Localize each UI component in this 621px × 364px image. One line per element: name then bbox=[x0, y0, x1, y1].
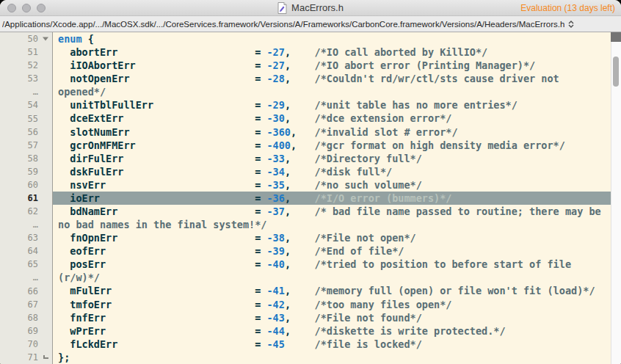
gutter-cell: 67 bbox=[0, 298, 53, 311]
code-row[interactable]: 59 dskFulErr = -34, /*disk full*/ bbox=[0, 165, 611, 178]
zoom-button[interactable] bbox=[37, 4, 46, 12]
pane-splitter[interactable] bbox=[611, 32, 621, 42]
code-segment-cmt: /*diskette is write protected.*/ bbox=[315, 325, 506, 337]
code-segment-id: iIOAbortErr = bbox=[58, 59, 266, 71]
code-row[interactable]: 63 fnOpnErr = -38, /*File not open*/ bbox=[0, 231, 611, 244]
fold-open-icon[interactable] bbox=[43, 37, 48, 41]
code-line[interactable]: dceExtErr = -30, /*dce extension error*/ bbox=[53, 112, 611, 125]
close-button[interactable] bbox=[7, 4, 16, 12]
code-row[interactable]: 53 notOpenErr = -28, /*Couldn't rd/wr/ct… bbox=[0, 72, 611, 85]
code-line[interactable]: fnfErr = -43, /*File not found*/ bbox=[53, 311, 611, 324]
code-row[interactable]: 65 posErr = -40, /*tried to position to … bbox=[0, 258, 611, 271]
code-row[interactable]: 60 nsvErr = -35, /*no such volume*/ bbox=[0, 178, 611, 192]
gutter-cell: 52 bbox=[0, 59, 53, 72]
code-row[interactable]: 71}; bbox=[0, 351, 611, 364]
minimize-button[interactable] bbox=[22, 4, 31, 12]
code-line[interactable]: notOpenErr = -28, /*Couldn't rd/wr/ctl/s… bbox=[53, 72, 611, 85]
code-row[interactable]: 68 fnfErr = -43, /*File not found*/ bbox=[0, 311, 611, 324]
code-line[interactable]: (r/w)*/ bbox=[53, 271, 611, 284]
gutter-cell: 71 bbox=[0, 351, 53, 364]
fold-end-icon[interactable] bbox=[43, 355, 48, 359]
gutter-cell: 70 bbox=[0, 338, 53, 351]
code-segment-cmt: /* bad file name passed to routine; ther… bbox=[315, 205, 601, 217]
file-path[interactable]: /Applications/Xcode.app/.../MacOSX.sdk/.… bbox=[2, 20, 564, 29]
code-line[interactable]: opened*/ bbox=[53, 85, 611, 98]
code-rows: 50enum {51 abortErr = -27, /*IO call abo… bbox=[0, 32, 611, 364]
code-segment-id: , bbox=[291, 139, 315, 151]
code-segment-id: fnOpnErr = bbox=[58, 232, 266, 244]
code-segment-cmt: /*Directory full*/ bbox=[315, 153, 422, 164]
code-segment-id: , bbox=[285, 112, 315, 124]
code-segment-id: abortErr = bbox=[58, 46, 266, 58]
code-row[interactable]: 55 dceExtErr = -30, /*dce extension erro… bbox=[0, 112, 611, 125]
code-line[interactable]: no bad names in the final system!*/ bbox=[53, 218, 611, 231]
gutter-cell: 68 bbox=[0, 311, 53, 324]
code-row[interactable]: 61 ioErr = -36, /*I/O error (bummers)*/ bbox=[0, 192, 611, 205]
code-segment-num: -27 bbox=[266, 46, 284, 58]
gutter-cell: 64 bbox=[0, 244, 53, 258]
code-line[interactable]: posErr = -40, /*tried to position to bef… bbox=[53, 258, 611, 271]
code-line[interactable]: abortErr = -27, /*IO call aborted by Kil… bbox=[53, 46, 611, 59]
code-row[interactable]: …(r/w)*/ bbox=[0, 271, 611, 284]
gutter-cell: 57 bbox=[0, 139, 53, 152]
code-line[interactable]: enum { bbox=[53, 32, 611, 46]
code-row[interactable]: 66 mFulErr = -41, /*memory full (open) o… bbox=[0, 284, 611, 297]
gutter-cell: … bbox=[0, 271, 53, 284]
code-line[interactable]: gcrOnMFMErr = -400, /*gcr format on high… bbox=[53, 139, 611, 152]
code-row[interactable]: 50enum { bbox=[0, 32, 611, 46]
code-row[interactable]: 54 unitTblFullErr = -29, /*unit table ha… bbox=[0, 98, 611, 112]
code-line[interactable]: bdNamErr = -37, /* bad file name passed … bbox=[53, 205, 611, 218]
code-segment-id: notOpenErr = bbox=[58, 73, 266, 84]
line-number: 53 bbox=[0, 73, 52, 84]
code-line[interactable]: tmfoErr = -42, /*too many files open*/ bbox=[53, 298, 611, 311]
code-line[interactable]: slotNumErr = -360, /*invalid slot # erro… bbox=[53, 125, 611, 139]
code-segment-id bbox=[285, 338, 315, 350]
line-number: 58 bbox=[0, 153, 52, 164]
code-line[interactable]: wPrErr = -44, /*diskette is write protec… bbox=[53, 324, 611, 338]
code-segment-id: , bbox=[285, 192, 315, 204]
code-line[interactable]: fnOpnErr = -38, /*File not open*/ bbox=[53, 231, 611, 244]
gutter-cell: 63 bbox=[0, 231, 53, 244]
code-row[interactable]: 69 wPrErr = -44, /*diskette is write pro… bbox=[0, 324, 611, 338]
code-row[interactable]: 51 abortErr = -27, /*IO call aborted by … bbox=[0, 46, 611, 59]
code-line[interactable]: fLckdErr = -45 /*file is locked*/ bbox=[53, 338, 611, 351]
code-segment-id: bdNamErr = bbox=[58, 205, 266, 217]
code-line[interactable]: dskFulErr = -34, /*disk full*/ bbox=[53, 165, 611, 178]
code-row[interactable]: 58 dirFulErr = -33, /*Directory full*/ bbox=[0, 152, 611, 165]
gutter-cell: 65 bbox=[0, 258, 53, 271]
code-row[interactable]: 62 bdNamErr = -37, /* bad file name pass… bbox=[0, 205, 611, 218]
code-line[interactable]: mFulErr = -41, /*memory full (open) or f… bbox=[53, 284, 611, 297]
gutter-cell: 50 bbox=[0, 32, 53, 46]
path-bar[interactable]: /Applications/Xcode.app/.../MacOSX.sdk/.… bbox=[0, 16, 621, 32]
code-line[interactable]: unitTblFullErr = -29, /*unit table has n… bbox=[53, 98, 611, 112]
scrollbar-thumb[interactable] bbox=[613, 57, 619, 87]
code-segment-num: -34 bbox=[266, 166, 284, 178]
code-row[interactable]: 70 fLckdErr = -45 /*file is locked*/ bbox=[0, 338, 611, 351]
code-segment-id: , bbox=[285, 325, 315, 337]
code-line[interactable]: ioErr = -36, /*I/O error (bummers)*/ bbox=[53, 192, 611, 205]
code-line[interactable]: nsvErr = -35, /*no such volume*/ bbox=[53, 178, 611, 192]
line-number: 63 bbox=[0, 233, 52, 243]
code-line[interactable]: eofErr = -39, /*End of file*/ bbox=[53, 244, 611, 258]
code-row[interactable]: 67 tmfoErr = -42, /*too many files open*… bbox=[0, 298, 611, 311]
line-number: 54 bbox=[0, 100, 52, 110]
title-bar: MacErrors.h Evaluation (13 days left) bbox=[0, 0, 621, 16]
code-row[interactable]: …no bad names in the final system!*/ bbox=[0, 218, 611, 231]
code-row[interactable]: 56 slotNumErr = -360, /*invalid slot # e… bbox=[0, 125, 611, 139]
code-row[interactable]: 64 eofErr = -39, /*End of file*/ bbox=[0, 244, 611, 258]
code-row[interactable]: 52 iIOAbortErr = -27, /*IO abort error (… bbox=[0, 59, 611, 72]
path-popup-chevron-icon[interactable] bbox=[568, 21, 574, 28]
code-segment-id: , bbox=[285, 258, 315, 270]
evaluation-badge: Evaluation (13 days left) bbox=[520, 0, 615, 16]
gutter-cell: … bbox=[0, 85, 53, 98]
code-row[interactable]: …opened*/ bbox=[0, 85, 611, 98]
code-segment-kw: enum bbox=[58, 33, 82, 45]
gutter-cell: 58 bbox=[0, 152, 53, 165]
code-line[interactable]: }; bbox=[53, 351, 611, 364]
code-line[interactable]: dirFulErr = -33, /*Directory full*/ bbox=[53, 152, 611, 165]
code-line[interactable]: iIOAbortErr = -27, /*IO abort error (Pri… bbox=[53, 59, 611, 72]
code-segment-num: -36 bbox=[266, 192, 284, 204]
line-number: 65 bbox=[0, 259, 52, 269]
vertical-scrollbar[interactable] bbox=[611, 32, 621, 364]
code-row[interactable]: 57 gcrOnMFMErr = -400, /*gcr format on h… bbox=[0, 139, 611, 152]
